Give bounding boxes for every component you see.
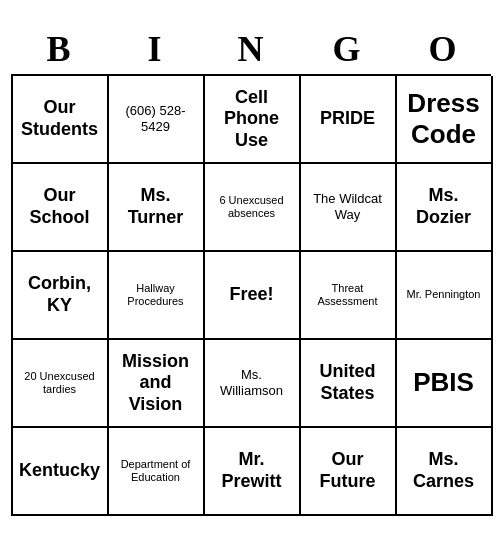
bingo-cell-20: Kentucky xyxy=(13,428,109,516)
header-letter: B xyxy=(15,28,103,70)
bingo-cell-16: Mission and Vision xyxy=(109,340,205,428)
bingo-cell-11: Hallway Procedures xyxy=(109,252,205,340)
bingo-card: BINGO Our Students(606) 528-5429Cell Pho… xyxy=(11,28,491,516)
bingo-cell-24: Ms. Carnes xyxy=(397,428,493,516)
bingo-cell-1: (606) 528-5429 xyxy=(109,76,205,164)
bingo-cell-0: Our Students xyxy=(13,76,109,164)
bingo-cell-23: Our Future xyxy=(301,428,397,516)
bingo-cell-17: Ms. Williamson xyxy=(205,340,301,428)
bingo-cell-8: The Wildcat Way xyxy=(301,164,397,252)
bingo-header: BINGO xyxy=(11,28,491,70)
bingo-cell-14: Mr. Pennington xyxy=(397,252,493,340)
bingo-cell-4: Dress Code xyxy=(397,76,493,164)
bingo-cell-22: Mr. Prewitt xyxy=(205,428,301,516)
bingo-cell-18: United States xyxy=(301,340,397,428)
bingo-cell-9: Ms. Dozier xyxy=(397,164,493,252)
bingo-cell-19: PBIS xyxy=(397,340,493,428)
bingo-grid: Our Students(606) 528-5429Cell Phone Use… xyxy=(11,74,491,516)
bingo-cell-2: Cell Phone Use xyxy=(205,76,301,164)
bingo-cell-7: 6 Unexcused absences xyxy=(205,164,301,252)
header-letter: N xyxy=(207,28,295,70)
bingo-cell-12: Free! xyxy=(205,252,301,340)
header-letter: G xyxy=(303,28,391,70)
bingo-cell-3: PRIDE xyxy=(301,76,397,164)
bingo-cell-13: Threat Assessment xyxy=(301,252,397,340)
bingo-cell-15: 20 Unexcused tardies xyxy=(13,340,109,428)
bingo-cell-21: Department of Education xyxy=(109,428,205,516)
header-letter: O xyxy=(399,28,487,70)
header-letter: I xyxy=(111,28,199,70)
bingo-cell-10: Corbin, KY xyxy=(13,252,109,340)
bingo-cell-5: Our School xyxy=(13,164,109,252)
bingo-cell-6: Ms. Turner xyxy=(109,164,205,252)
